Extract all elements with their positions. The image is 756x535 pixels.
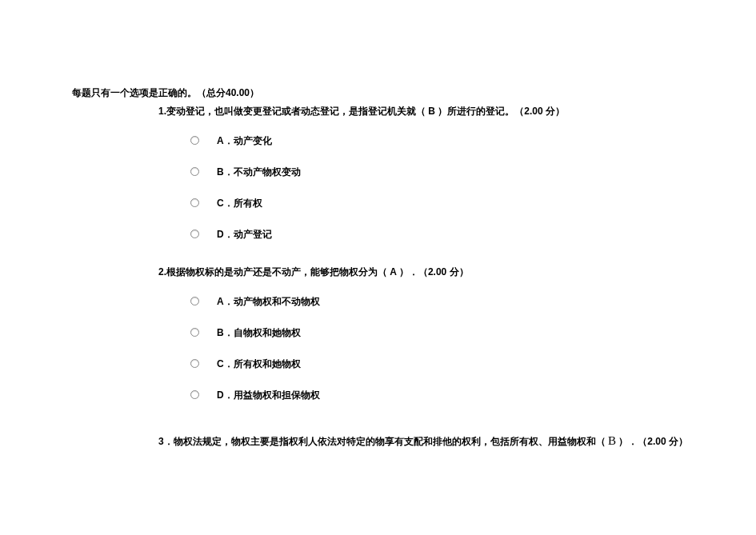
option-label: B．自物权和她物权	[217, 326, 301, 340]
q2-option-c[interactable]: C．所有权和她物权	[190, 357, 724, 371]
question-2: 2.根据物权标的是动产还是不动产，能够把物权分为（ A ）．（2.00 分） A…	[158, 266, 724, 402]
q3-suffix: ）．（2.00 分）	[616, 436, 688, 447]
radio-icon	[190, 167, 199, 176]
radio-icon	[190, 230, 199, 238]
exam-page: 每题只有一个选项是正确的。（总分40.00） 1.变动登记，也叫做变更登记或者动…	[0, 0, 756, 449]
q2-text: 2.根据物权标的是动产还是不动产，能够把物权分为（ A ）．（2.00 分）	[158, 266, 724, 279]
option-label: D．动产登记	[217, 228, 272, 242]
q2-option-a[interactable]: A．动产物权和不动物权	[190, 295, 724, 309]
q3-prefix: 3．物权法规定，物权主要是指权利人依法对特定的物享有支配和排他的权利，包括所有权…	[158, 436, 608, 447]
q1-option-d[interactable]: D．动产登记	[190, 228, 724, 242]
q2-options: A．动产物权和不动物权 B．自物权和她物权 C．所有权和她物权 D．用益物权和担…	[190, 295, 724, 402]
q2-option-d[interactable]: D．用益物权和担保物权	[190, 389, 724, 402]
option-label: C．所有权和她物权	[217, 357, 301, 371]
q1-text: 1.变动登记，也叫做变更登记或者动态登记，是指登记机关就（ B ）所进行的登记。…	[158, 105, 724, 118]
option-label: B．不动产物权变动	[217, 166, 301, 179]
radio-icon	[190, 359, 199, 368]
q1-option-a[interactable]: A．动产变化	[190, 134, 724, 148]
instruction-line: 每题只有一个选项是正确的。（总分40.00）	[72, 86, 724, 100]
q1-option-b[interactable]: B．不动产物权变动	[190, 166, 724, 179]
question-1: 1.变动登记，也叫做变更登记或者动态登记，是指登记机关就（ B ）所进行的登记。…	[158, 105, 724, 242]
radio-icon	[190, 297, 199, 305]
instruction-text: 每题只有一个选项是正确的。（总分40.00）	[72, 87, 259, 98]
question-3: 3．物权法规定，物权主要是指权利人依法对特定的物享有支配和排他的权利，包括所有权…	[158, 434, 724, 449]
q3-blank: B	[608, 434, 616, 447]
option-label: A．动产变化	[217, 134, 272, 148]
option-label: D．用益物权和担保物权	[217, 389, 320, 402]
q1-options: A．动产变化 B．不动产物权变动 C．所有权 D．动产登记	[190, 134, 724, 242]
radio-icon	[190, 136, 199, 145]
q1-option-c[interactable]: C．所有权	[190, 197, 724, 210]
radio-icon	[190, 328, 199, 337]
q2-option-b[interactable]: B．自物权和她物权	[190, 326, 724, 340]
radio-icon	[190, 198, 199, 207]
option-label: A．动产物权和不动物权	[217, 295, 320, 309]
option-label: C．所有权	[217, 197, 262, 210]
radio-icon	[190, 390, 199, 399]
